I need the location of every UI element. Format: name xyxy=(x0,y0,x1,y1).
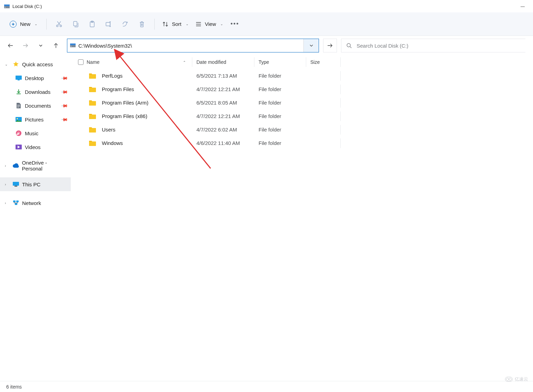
column-header-name[interactable]: Name ⌃ xyxy=(85,57,192,67)
videos-icon xyxy=(15,144,22,150)
folder-icon xyxy=(89,140,96,146)
file-date: 4/7/2022 6:02 AM xyxy=(192,127,254,133)
file-type: File folder xyxy=(254,100,306,106)
recent-button[interactable] xyxy=(34,39,48,52)
folder-icon xyxy=(89,100,96,106)
svg-rect-23 xyxy=(15,203,17,205)
folder-icon xyxy=(89,73,96,79)
sidebar-onedrive[interactable]: › OneDrive - Personal xyxy=(0,159,71,173)
svg-rect-22 xyxy=(16,200,19,202)
table-row[interactable]: Users4/7/2022 6:02 AMFile folder xyxy=(71,123,533,136)
chevron-right-icon: › xyxy=(5,164,10,168)
file-list: Name ⌃ Date modified Type Size PerfLogs6… xyxy=(71,55,533,381)
column-header-type[interactable]: Type xyxy=(254,57,306,67)
paste-button[interactable] xyxy=(85,17,99,31)
chevron-right-icon: › xyxy=(5,183,10,186)
sidebar-item-desktop[interactable]: Desktop 📌 xyxy=(0,71,71,85)
back-button[interactable] xyxy=(3,39,17,52)
drive-icon xyxy=(4,4,10,9)
sort-button[interactable]: Sort ⌄ xyxy=(160,18,191,30)
pc-icon xyxy=(12,181,19,188)
table-row[interactable]: Windows4/6/2022 11:40 AMFile folder xyxy=(71,136,533,150)
sidebar-item-pictures[interactable]: Pictures 📌 xyxy=(0,112,71,126)
delete-button[interactable] xyxy=(135,17,149,31)
new-button[interactable]: + New ⌄ xyxy=(6,18,41,30)
address-history-button[interactable] xyxy=(303,39,319,52)
file-type: File folder xyxy=(254,86,306,92)
watermark: 亿速云 xyxy=(505,376,528,382)
overflow-button[interactable]: ••• xyxy=(228,18,242,30)
forward-button[interactable] xyxy=(19,39,32,52)
sidebar-item-downloads[interactable]: Downloads 📌 xyxy=(0,85,71,99)
file-date: 4/6/2022 11:40 AM xyxy=(192,140,254,146)
watermark-icon xyxy=(505,377,513,382)
svg-rect-13 xyxy=(16,76,22,80)
rename-button[interactable] xyxy=(102,17,116,31)
pin-icon: 📌 xyxy=(61,116,68,123)
copy-button[interactable] xyxy=(69,17,83,31)
svg-rect-8 xyxy=(106,22,110,26)
table-row[interactable]: Program Files (Arm)6/5/2021 8:05 AMFile … xyxy=(71,96,533,109)
file-name: Users xyxy=(102,127,115,133)
select-all-checkbox[interactable] xyxy=(78,59,84,65)
title-bar: Local Disk (C:) — xyxy=(0,0,533,12)
table-row[interactable]: Program Files (x86)4/7/2022 12:21 AMFile… xyxy=(71,109,533,123)
svg-point-3 xyxy=(57,25,58,27)
file-type: File folder xyxy=(254,73,306,79)
file-type: File folder xyxy=(254,113,306,119)
address-bar[interactable]: C:\Windows\System32\ xyxy=(67,39,319,52)
file-name: Program Files (x86) xyxy=(102,113,147,119)
music-icon xyxy=(15,130,22,137)
cut-button[interactable] xyxy=(52,17,66,31)
file-name: Program Files xyxy=(102,86,134,92)
plus-icon: + xyxy=(10,21,17,28)
address-text[interactable]: C:\Windows\System32\ xyxy=(78,43,301,49)
file-type: File folder xyxy=(254,127,306,133)
folder-icon xyxy=(89,113,96,119)
share-button[interactable] xyxy=(118,17,132,31)
navigation-pane: ⌄ Quick access Desktop 📌 Downloads 📌 Doc… xyxy=(0,55,71,381)
file-date: 6/5/2021 8:05 AM xyxy=(192,100,254,106)
search-icon xyxy=(346,43,352,48)
svg-point-4 xyxy=(60,25,62,27)
navigation-row: C:\Windows\System32\ Search Local Disk (… xyxy=(0,36,533,55)
sidebar-network[interactable]: › Network xyxy=(0,196,71,210)
folder-icon xyxy=(89,127,96,133)
pictures-icon xyxy=(15,116,22,123)
sidebar-item-music[interactable]: Music xyxy=(0,126,71,140)
chevron-down-icon: ⌄ xyxy=(220,22,223,26)
column-header-size[interactable]: Size xyxy=(306,57,341,67)
sort-icon xyxy=(162,21,168,27)
command-bar: + New ⌄ Sort ⌄ View ⌄ ••• xyxy=(0,12,533,36)
table-row[interactable]: Program Files4/7/2022 12:21 AMFile folde… xyxy=(71,82,533,96)
column-header-row: Name ⌃ Date modified Type Size xyxy=(71,55,533,69)
column-header-date[interactable]: Date modified xyxy=(192,57,254,67)
view-button[interactable]: View ⌄ xyxy=(193,18,225,30)
svg-rect-19 xyxy=(13,182,19,186)
star-icon xyxy=(12,61,19,68)
sidebar-item-documents[interactable]: Documents 📌 xyxy=(0,99,71,112)
minimize-button[interactable]: — xyxy=(516,1,529,12)
svg-point-12 xyxy=(347,43,350,47)
divider xyxy=(154,19,155,30)
item-count: 6 items xyxy=(6,384,22,390)
file-name: Windows xyxy=(102,140,123,146)
go-button[interactable] xyxy=(323,39,337,52)
desktop-icon xyxy=(15,75,22,81)
sidebar-item-videos[interactable]: Videos xyxy=(0,140,71,154)
search-box[interactable]: Search Local Disk (C:) xyxy=(341,39,525,52)
file-date: 6/5/2021 7:13 AM xyxy=(192,73,254,79)
table-row[interactable]: PerfLogs6/5/2021 7:13 AMFile folder xyxy=(71,69,533,82)
divider xyxy=(46,19,47,30)
window-title: Local Disk (C:) xyxy=(12,4,42,9)
up-button[interactable] xyxy=(49,39,63,52)
search-placeholder: Search Local Disk (C:) xyxy=(357,43,408,49)
network-icon xyxy=(12,199,19,206)
chevron-down-icon: ⌄ xyxy=(5,62,10,66)
svg-rect-2 xyxy=(5,7,6,8)
cloud-icon xyxy=(12,162,19,169)
sidebar-this-pc[interactable]: › This PC xyxy=(0,177,71,191)
sidebar-quick-access[interactable]: ⌄ Quick access xyxy=(0,57,71,71)
svg-rect-11 xyxy=(71,46,71,47)
svg-rect-14 xyxy=(18,80,20,80)
